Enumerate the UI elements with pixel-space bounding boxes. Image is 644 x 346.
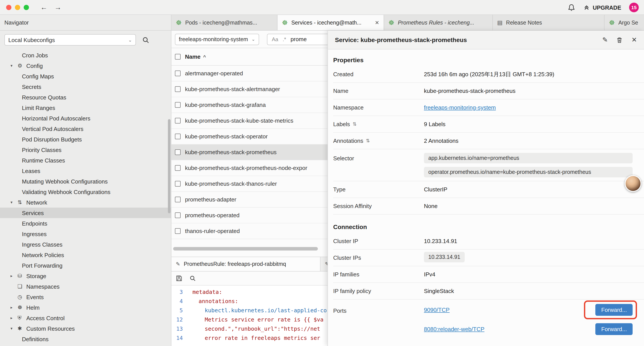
editor-search-icon[interactable]	[190, 275, 196, 282]
forward-button[interactable]: →	[54, 3, 62, 11]
expander-icon[interactable]: ▾	[10, 200, 18, 205]
upgrade-button[interactable]: UPGRADE	[583, 4, 621, 11]
tab-services[interactable]: ☸ Services - icecheng@math... ✕	[278, 15, 384, 30]
port-link[interactable]: 8080:reloader-web/TCP	[424, 326, 484, 332]
namespace-link[interactable]: freeleaps-monitoring-system	[424, 104, 496, 111]
close-icon[interactable]: ✕	[632, 36, 637, 44]
expander-icon[interactable]: ▸	[10, 316, 18, 320]
yaml-editor[interactable]: 3 metadata: 4 annotations: 5 kubectl.kub…	[172, 286, 328, 346]
sidebar-item[interactable]: Runtime Classes	[0, 155, 171, 166]
row-checkbox[interactable]	[175, 149, 180, 155]
app-window: ← → UPGRADE 15 Navigator ☸ Pods - iceche…	[0, 0, 644, 346]
table-row[interactable]: thanos-ruler-operated	[172, 223, 328, 239]
sidebar-item[interactable]: ▸ ⛁ Storage	[0, 271, 171, 281]
dock-tab-next[interactable]: ✎	[320, 257, 328, 271]
table-row[interactable]: prometheus-operated	[172, 208, 328, 223]
port-link[interactable]: 9090/TCP	[424, 306, 450, 313]
table-row[interactable]: kube-prometheus-stack-alertmanager	[172, 81, 328, 97]
expander-icon[interactable]: ▾	[10, 63, 18, 68]
sidebar-item[interactable]: Resource Quotas	[0, 92, 171, 102]
row-checkbox[interactable]	[175, 212, 180, 218]
select-all-checkbox[interactable]	[175, 54, 180, 59]
sort-ascending-icon[interactable]: ^	[203, 54, 206, 59]
sidebar-item[interactable]: ▾ ✱ Custom Resources	[0, 323, 171, 334]
sidebar-item[interactable]: ▸ ☸ Helm	[0, 302, 171, 313]
sidebar-item[interactable]: Validating Webhook Configurations	[0, 187, 171, 197]
row-checkbox[interactable]	[175, 134, 180, 139]
delete-trash-icon[interactable]	[616, 36, 623, 43]
name-column-header[interactable]: Name	[185, 53, 200, 60]
table-row[interactable]: kube-prometheus-stack-prometheus-node-ex…	[172, 160, 328, 176]
sidebar-item[interactable]: Cron Jobs	[0, 50, 171, 60]
search-input[interactable]: prome	[290, 36, 307, 42]
row-checkbox[interactable]	[175, 228, 180, 234]
tab-pods[interactable]: ☸ Pods - icecheng@mathmas...	[172, 15, 278, 30]
sidebar-item[interactable]: ◷ Events	[0, 292, 171, 302]
sidebar-item[interactable]: Leases	[0, 166, 171, 176]
row-checkbox[interactable]	[175, 102, 180, 108]
edit-pencil-icon[interactable]: ✎	[602, 36, 608, 44]
table-row[interactable]: prometheus-adapter	[172, 192, 328, 208]
sidebar-item[interactable]: Horizontal Pod Autoscalers	[0, 113, 171, 123]
table-row[interactable]: kube-prometheus-stack-grafana	[172, 97, 328, 113]
sidebar-item[interactable]: Config Maps	[0, 71, 171, 81]
horizontal-scrollbar-thumb[interactable]	[173, 247, 318, 251]
zoom-window-button[interactable]	[24, 4, 29, 10]
expand-toggle-icon[interactable]: ⇅	[353, 121, 357, 127]
forward-button[interactable]: Forward...	[596, 323, 632, 335]
row-checkbox[interactable]	[175, 118, 180, 123]
tab-argo[interactable]: ☸ Argo Se	[604, 15, 644, 30]
row-checkbox[interactable]	[175, 165, 180, 171]
match-case-toggle[interactable]: Aa	[272, 36, 278, 42]
sidebar-item[interactable]: Endpoints	[0, 218, 171, 229]
expander-icon[interactable]: ▸	[10, 274, 18, 278]
sidebar-item[interactable]: ❏ Namespaces	[0, 281, 171, 292]
expander-icon[interactable]: ▾	[10, 326, 18, 331]
sidebar-item[interactable]: Network Policies	[0, 250, 171, 260]
tab-close-icon[interactable]: ✕	[375, 19, 379, 26]
sidebar-item[interactable]: Pod Disruption Budgets	[0, 134, 171, 145]
forward-button[interactable]: Forward...	[596, 304, 632, 316]
sidebar-item[interactable]: Ingress Classes	[0, 239, 171, 250]
sidebar-item[interactable]: ▸ ⛨ Access Control	[0, 313, 171, 323]
minimize-window-button[interactable]	[15, 4, 20, 10]
notification-count-badge[interactable]: 15	[629, 3, 639, 12]
expand-toggle-icon[interactable]: ⇅	[366, 138, 370, 144]
sidebar-item[interactable]: Services	[0, 208, 171, 218]
horizontal-scrollbar[interactable]	[172, 247, 328, 251]
namespace-filter-select[interactable]: freeleaps-monitoring-system ⌄	[175, 33, 259, 45]
sidebar-scrollbar-thumb[interactable]	[168, 119, 170, 213]
expander-icon[interactable]: ▸	[10, 305, 18, 310]
back-button[interactable]: ←	[40, 3, 47, 11]
sidebar-item[interactable]: ▾ ⚙ Config	[0, 60, 171, 71]
close-window-button[interactable]	[6, 4, 12, 10]
table-search-box[interactable]: Aa .* prome	[267, 33, 328, 45]
tab-prometheus-rules[interactable]: ☸ Prometheus Rules - icecheng...	[384, 15, 493, 30]
table-row[interactable]: kube-prometheus-stack-operator	[172, 129, 328, 145]
kubeconfig-selector[interactable]: Local Kubeconfigs ⌄	[4, 34, 136, 45]
row-checkbox[interactable]	[175, 86, 180, 92]
tab-release-notes[interactable]: ▤ Release Notes	[493, 15, 604, 30]
sidebar-item[interactable]: ▾ ⇅ Network	[0, 197, 171, 208]
sidebar-item[interactable]: Mutating Webhook Configurations	[0, 176, 171, 187]
table-row[interactable]: kube-prometheus-stack-kube-state-metrics	[172, 113, 328, 129]
table-row[interactable]: alertmanager-operated	[172, 66, 328, 81]
regex-toggle[interactable]: .*	[282, 36, 286, 42]
sidebar-item[interactable]: Definitions	[0, 334, 171, 344]
sidebar-item[interactable]: Limit Ranges	[0, 102, 171, 113]
sidebar-item[interactable]: Ingresses	[0, 229, 171, 239]
sidebar-item[interactable]: Port Forwarding	[0, 260, 171, 271]
user-avatar[interactable]	[625, 175, 641, 192]
sidebar-item[interactable]: Vertical Pod Autoscalers	[0, 123, 171, 134]
row-checkbox[interactable]	[175, 181, 180, 187]
dock-tab-prometheusrule[interactable]: ✎ PrometheusRule: freeleaps-prod-rabbitm…	[172, 257, 320, 271]
row-checkbox[interactable]	[175, 197, 180, 202]
sidebar-search-icon[interactable]	[142, 36, 150, 43]
sidebar-item[interactable]: Secrets	[0, 81, 171, 92]
table-row[interactable]: kube-prometheus-stack-prometheus	[172, 145, 328, 160]
notifications-bell-icon[interactable]	[568, 4, 575, 11]
sidebar-item[interactable]: Priority Classes	[0, 145, 171, 155]
save-icon[interactable]	[176, 275, 182, 282]
row-checkbox[interactable]	[175, 70, 180, 76]
table-row[interactable]: kube-prometheus-stack-thanos-ruler	[172, 176, 328, 192]
